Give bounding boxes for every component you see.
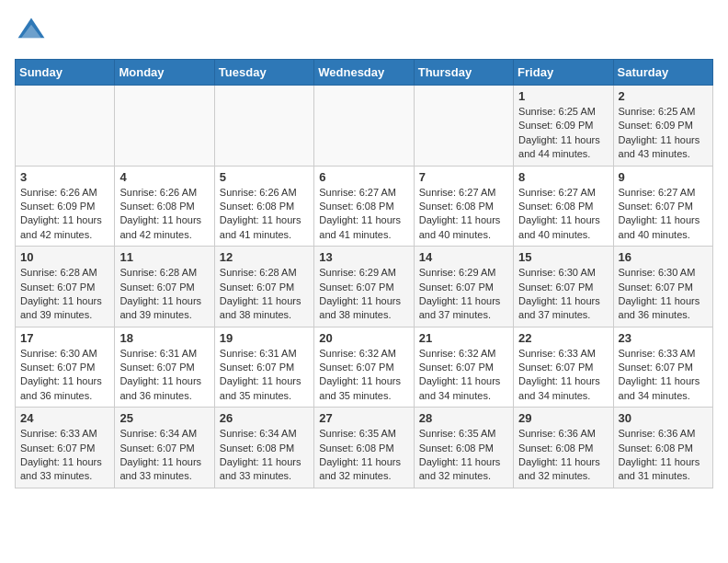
- day-number: 27: [319, 411, 408, 425]
- calendar-cell: 25Sunrise: 6:34 AM Sunset: 6:07 PM Dayli…: [115, 408, 214, 488]
- calendar-cell: 9Sunrise: 6:27 AM Sunset: 6:07 PM Daylig…: [613, 166, 712, 247]
- week-row-3: 10Sunrise: 6:28 AM Sunset: 6:07 PM Dayli…: [16, 247, 713, 327]
- calendar-cell: 27Sunrise: 6:35 AM Sunset: 6:08 PM Dayli…: [314, 408, 414, 488]
- header-day-monday: Monday: [115, 60, 214, 86]
- calendar-cell: 21Sunrise: 6:32 AM Sunset: 6:07 PM Dayli…: [414, 327, 513, 408]
- day-number: 9: [619, 170, 708, 184]
- day-number: 14: [419, 250, 508, 264]
- logo[interactable]: [15, 15, 51, 48]
- day-number: 13: [319, 250, 408, 264]
- calendar-cell: [16, 86, 115, 167]
- day-number: 28: [419, 411, 508, 425]
- calendar-header: SundayMondayTuesdayWednesdayThursdayFrid…: [16, 60, 713, 86]
- header-day-wednesday: Wednesday: [314, 60, 414, 86]
- calendar-cell: [115, 86, 214, 167]
- day-number: 10: [20, 250, 109, 264]
- day-info: Sunrise: 6:25 AM Sunset: 6:09 PM Dayligh…: [518, 105, 608, 162]
- day-info: Sunrise: 6:32 AM Sunset: 6:07 PM Dayligh…: [419, 347, 508, 404]
- day-info: Sunrise: 6:27 AM Sunset: 6:07 PM Dayligh…: [619, 186, 708, 243]
- day-info: Sunrise: 6:29 AM Sunset: 6:07 PM Dayligh…: [419, 266, 508, 323]
- calendar-cell: 23Sunrise: 6:33 AM Sunset: 6:07 PM Dayli…: [613, 327, 712, 408]
- day-number: 19: [220, 331, 309, 345]
- day-number: 24: [20, 411, 109, 425]
- day-info: Sunrise: 6:35 AM Sunset: 6:08 PM Dayligh…: [319, 427, 408, 484]
- day-number: 5: [220, 170, 309, 184]
- day-number: 6: [319, 170, 408, 184]
- calendar-cell: 22Sunrise: 6:33 AM Sunset: 6:07 PM Dayli…: [514, 327, 613, 408]
- day-number: 15: [518, 250, 608, 264]
- header-row: SundayMondayTuesdayWednesdayThursdayFrid…: [16, 60, 713, 86]
- calendar-body: 1Sunrise: 6:25 AM Sunset: 6:09 PM Daylig…: [16, 86, 713, 488]
- calendar-cell: 12Sunrise: 6:28 AM Sunset: 6:07 PM Dayli…: [214, 247, 313, 327]
- calendar-cell: 7Sunrise: 6:27 AM Sunset: 6:08 PM Daylig…: [414, 166, 513, 247]
- day-info: Sunrise: 6:33 AM Sunset: 6:07 PM Dayligh…: [619, 347, 708, 404]
- header-day-saturday: Saturday: [613, 60, 712, 86]
- week-row-2: 3Sunrise: 6:26 AM Sunset: 6:09 PM Daylig…: [16, 166, 713, 247]
- calendar-cell: 10Sunrise: 6:28 AM Sunset: 6:07 PM Dayli…: [16, 247, 115, 327]
- day-info: Sunrise: 6:33 AM Sunset: 6:07 PM Dayligh…: [518, 347, 608, 404]
- calendar-cell: 4Sunrise: 6:26 AM Sunset: 6:08 PM Daylig…: [115, 166, 214, 247]
- day-number: 20: [319, 331, 408, 345]
- day-number: 30: [619, 411, 708, 425]
- day-info: Sunrise: 6:34 AM Sunset: 6:07 PM Dayligh…: [119, 427, 209, 484]
- day-info: Sunrise: 6:34 AM Sunset: 6:08 PM Dayligh…: [220, 427, 309, 484]
- day-info: Sunrise: 6:30 AM Sunset: 6:07 PM Dayligh…: [619, 266, 708, 323]
- day-number: 8: [518, 170, 608, 184]
- day-info: Sunrise: 6:28 AM Sunset: 6:07 PM Dayligh…: [119, 266, 209, 323]
- day-number: 22: [518, 331, 608, 345]
- week-row-5: 24Sunrise: 6:33 AM Sunset: 6:07 PM Dayli…: [16, 408, 713, 488]
- header-day-sunday: Sunday: [16, 60, 115, 86]
- day-info: Sunrise: 6:28 AM Sunset: 6:07 PM Dayligh…: [220, 266, 309, 323]
- calendar-cell: 13Sunrise: 6:29 AM Sunset: 6:07 PM Dayli…: [314, 247, 414, 327]
- day-info: Sunrise: 6:32 AM Sunset: 6:07 PM Dayligh…: [319, 347, 408, 404]
- calendar-cell: 2Sunrise: 6:25 AM Sunset: 6:09 PM Daylig…: [613, 86, 712, 167]
- day-info: Sunrise: 6:33 AM Sunset: 6:07 PM Dayligh…: [20, 427, 109, 484]
- page-header: [15, 15, 713, 48]
- day-info: Sunrise: 6:27 AM Sunset: 6:08 PM Dayligh…: [518, 186, 608, 243]
- day-number: 23: [619, 331, 708, 345]
- calendar-table: SundayMondayTuesdayWednesdayThursdayFrid…: [15, 59, 713, 488]
- day-number: 26: [220, 411, 309, 425]
- day-number: 17: [20, 331, 109, 345]
- day-info: Sunrise: 6:31 AM Sunset: 6:07 PM Dayligh…: [220, 347, 309, 404]
- day-number: 16: [619, 250, 708, 264]
- calendar-cell: 17Sunrise: 6:30 AM Sunset: 6:07 PM Dayli…: [16, 327, 115, 408]
- calendar-cell: 8Sunrise: 6:27 AM Sunset: 6:08 PM Daylig…: [514, 166, 613, 247]
- header-day-friday: Friday: [514, 60, 613, 86]
- calendar-cell: 19Sunrise: 6:31 AM Sunset: 6:07 PM Dayli…: [214, 327, 313, 408]
- week-row-4: 17Sunrise: 6:30 AM Sunset: 6:07 PM Dayli…: [16, 327, 713, 408]
- day-info: Sunrise: 6:28 AM Sunset: 6:07 PM Dayligh…: [20, 266, 109, 323]
- calendar-cell: 20Sunrise: 6:32 AM Sunset: 6:07 PM Dayli…: [314, 327, 414, 408]
- day-number: 2: [619, 89, 708, 103]
- calendar-cell: [314, 86, 414, 167]
- calendar-cell: [414, 86, 513, 167]
- day-number: 25: [119, 411, 209, 425]
- day-number: 1: [518, 89, 608, 103]
- calendar-cell: 3Sunrise: 6:26 AM Sunset: 6:09 PM Daylig…: [16, 166, 115, 247]
- calendar-cell: 14Sunrise: 6:29 AM Sunset: 6:07 PM Dayli…: [414, 247, 513, 327]
- day-number: 29: [518, 411, 608, 425]
- day-number: 7: [419, 170, 508, 184]
- calendar-cell: 5Sunrise: 6:26 AM Sunset: 6:08 PM Daylig…: [214, 166, 313, 247]
- calendar-cell: 16Sunrise: 6:30 AM Sunset: 6:07 PM Dayli…: [613, 247, 712, 327]
- day-number: 4: [119, 170, 209, 184]
- calendar-cell: 15Sunrise: 6:30 AM Sunset: 6:07 PM Dayli…: [514, 247, 613, 327]
- calendar-cell: 26Sunrise: 6:34 AM Sunset: 6:08 PM Dayli…: [214, 408, 313, 488]
- day-number: 3: [20, 170, 109, 184]
- logo-icon: [15, 15, 48, 48]
- day-info: Sunrise: 6:29 AM Sunset: 6:07 PM Dayligh…: [319, 266, 408, 323]
- calendar-cell: 29Sunrise: 6:36 AM Sunset: 6:08 PM Dayli…: [514, 408, 613, 488]
- day-number: 12: [220, 250, 309, 264]
- calendar-cell: [214, 86, 313, 167]
- day-info: Sunrise: 6:36 AM Sunset: 6:08 PM Dayligh…: [619, 427, 708, 484]
- day-info: Sunrise: 6:30 AM Sunset: 6:07 PM Dayligh…: [20, 347, 109, 404]
- calendar-cell: 6Sunrise: 6:27 AM Sunset: 6:08 PM Daylig…: [314, 166, 414, 247]
- calendar-cell: 11Sunrise: 6:28 AM Sunset: 6:07 PM Dayli…: [115, 247, 214, 327]
- day-info: Sunrise: 6:27 AM Sunset: 6:08 PM Dayligh…: [319, 186, 408, 243]
- day-info: Sunrise: 6:36 AM Sunset: 6:08 PM Dayligh…: [518, 427, 608, 484]
- day-info: Sunrise: 6:25 AM Sunset: 6:09 PM Dayligh…: [619, 105, 708, 162]
- day-number: 11: [119, 250, 209, 264]
- calendar-cell: 18Sunrise: 6:31 AM Sunset: 6:07 PM Dayli…: [115, 327, 214, 408]
- header-day-tuesday: Tuesday: [214, 60, 313, 86]
- week-row-1: 1Sunrise: 6:25 AM Sunset: 6:09 PM Daylig…: [16, 86, 713, 167]
